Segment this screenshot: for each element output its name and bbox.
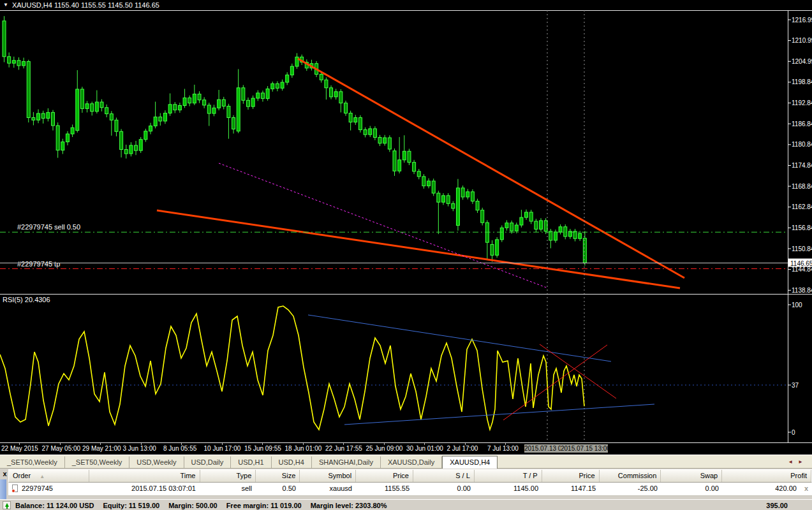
time-axis-label: 25 Jun 09:00	[366, 445, 403, 452]
column-header-s-l[interactable]: S / L	[413, 470, 475, 482]
status-item: Margin: 500.00	[168, 502, 217, 509]
order-row[interactable]: 229797452015.07.15 03:07:01sell0.50xauus…	[8, 483, 812, 496]
account-status-bar: Balance: 11 124.00 USDEquity: 11 519.00M…	[0, 499, 812, 510]
column-header-commission[interactable]: Commission	[600, 470, 661, 482]
order-cell-price[interactable]: 1147.15	[542, 483, 600, 495]
price-axis-label: 1204.99	[792, 58, 812, 65]
tab-scroll-arrows[interactable]: ◄►	[788, 459, 808, 465]
chart-tab-xauusd-h4[interactable]: XAUUSD,H4	[442, 456, 498, 469]
close-order-icon[interactable]: x	[804, 484, 808, 492]
candle	[27, 60, 30, 122]
crosshair-date-box: 2015.07.15 13:00	[561, 444, 608, 453]
mt4-window: ▼XAUUSD,H4 1155.40 1155.55 1145.50 1146.…	[0, 0, 812, 510]
time-axis-label: 29 May 21:00	[82, 445, 121, 452]
trade-status-icon	[3, 501, 11, 509]
order-cell-swap[interactable]: 0.00	[661, 483, 723, 495]
time-axis-label: 15 Jun 09:55	[244, 445, 281, 452]
order-cell-order[interactable]: 22979745	[8, 483, 89, 495]
price-axis-label: 1192.84	[792, 99, 812, 106]
order-cell-profit[interactable]: 420.00x	[723, 483, 812, 495]
column-header-type[interactable]: Type	[200, 470, 256, 482]
tab-scroll-right-icon[interactable]: ►	[798, 459, 808, 465]
column-header-price[interactable]: Price	[356, 470, 413, 482]
chart-tab-usd-weekly[interactable]: USD,Weekly	[129, 456, 184, 469]
column-header-price[interactable]: Price	[542, 470, 600, 482]
column-header-order[interactable]: Order▲	[9, 470, 89, 482]
orders-table-header: Order▲TimeTypeSizeSymbolPriceS / LT / PP…	[8, 469, 812, 483]
rsi-axis-label: 0	[792, 429, 795, 436]
chart-tab--set50-weekly[interactable]: _SET50,Weekly	[65, 456, 130, 469]
crosshair-date-box: 2015.07.13 0	[524, 444, 561, 453]
chart-collapse-icon[interactable]: ▼	[3, 0, 8, 10]
terminal-close-button[interactable]: x	[1, 470, 8, 478]
orders-table: Order▲TimeTypeSizeSymbolPriceS / LT / PP…	[8, 469, 812, 496]
price-axis-label: 1150.84	[792, 245, 812, 252]
rsi-axis-label: 100	[792, 302, 802, 309]
chart-title-text: XAUUSD,H4 1155.40 1155.55 1145.50 1146.6…	[12, 1, 159, 9]
status-item: Free margin: 11 019.00	[226, 502, 302, 509]
order-cell-s-l[interactable]: 0.00	[413, 483, 475, 495]
sell-order-icon	[12, 484, 18, 492]
order-cell-symbol[interactable]: xauusd	[300, 483, 356, 495]
floating-profit-value: 395.00	[766, 502, 788, 509]
chart-tab-xauusd-daily[interactable]: XAUUSD,Daily	[381, 456, 442, 469]
column-header-time[interactable]: Time	[89, 470, 200, 482]
order-cell-size[interactable]: 0.50	[256, 483, 300, 495]
status-item: Balance: 11 124.00 USD	[15, 502, 94, 509]
column-header-profit[interactable]: Profit	[722, 470, 811, 482]
order-cell-commission[interactable]: -25.00	[600, 483, 661, 495]
candle	[139, 137, 142, 153]
tab-scroll-left-icon[interactable]: ◄	[788, 459, 798, 465]
chart-tab-usd-h4[interactable]: USD,H4	[272, 456, 312, 469]
time-axis-label: 2 Jul 17:00	[447, 445, 478, 452]
chart-tab-bar: _SET50,Weekly_SET50,WeeklyUSD,WeeklyUSD,…	[0, 455, 812, 469]
price-axis-label: 1198.84	[792, 78, 812, 85]
time-axis-label: 10 Jun 17:00	[204, 445, 241, 452]
price-chart-canvas[interactable]: #22979745 sell 0.50#22979745 tp1216.9912…	[0, 10, 812, 443]
time-axis[interactable]: 22 May 201527 May 05:0029 May 21:003 Jun…	[0, 443, 812, 455]
price-axis-label: 1162.84	[792, 203, 812, 210]
candle	[388, 135, 391, 152]
time-axis-label: 3 Jun 13:00	[123, 445, 156, 452]
sort-ascending-icon: ▲	[40, 474, 45, 479]
order-cell-type[interactable]: sell	[200, 483, 256, 495]
rsi-indicator-label: RSI(5) 20.4306	[3, 296, 50, 303]
chart-tab--set50-weekly[interactable]: _SET50,Weekly	[0, 456, 65, 469]
order-cell-t-p[interactable]: 1145.00	[475, 483, 542, 495]
time-axis-label: 30 Jun 01:00	[406, 445, 443, 452]
time-axis-label: 18 Jun 01:00	[285, 445, 322, 452]
time-axis-label: 8 Jun 05:55	[163, 445, 196, 452]
price-axis-label: 1168.84	[792, 183, 812, 190]
column-header-size[interactable]: Size	[256, 470, 300, 482]
candle	[500, 226, 503, 242]
rsi-axis-label: 37	[792, 382, 799, 389]
candle	[3, 16, 6, 62]
chart-background	[0, 10, 812, 443]
order-cell-price[interactable]: 1155.55	[356, 483, 413, 495]
order-cell-time[interactable]: 2015.07.15 03:07:01	[89, 483, 200, 495]
column-header-t-p[interactable]: T / P	[475, 470, 542, 482]
price-axis-label: 1180.84	[792, 141, 812, 148]
candle	[80, 87, 84, 113]
chart-tab-shanghai-daily[interactable]: SHANGHAI,Daily	[312, 456, 381, 469]
status-item: Equity: 11 519.00	[103, 502, 160, 509]
price-axis-label: 1210.99	[792, 37, 812, 44]
price-axis-label: 1174.84	[792, 162, 812, 169]
price-axis-label: 1138.84	[792, 287, 812, 294]
chart-title-bar: ▼XAUUSD,H4 1155.40 1155.55 1145.50 1146.…	[0, 0, 812, 10]
order-line-label: #22979745 sell 0.50	[17, 223, 80, 231]
chart-tab-usd-h1[interactable]: USD,H1	[231, 456, 271, 469]
column-header-swap[interactable]: Swap	[661, 470, 722, 482]
candle	[496, 237, 499, 258]
time-axis-label: 22 May 2015	[1, 445, 38, 452]
chart-tab-usd-daily[interactable]: USD,Daily	[184, 456, 232, 469]
status-item: Margin level: 2303.80%	[311, 502, 387, 509]
time-axis-label: 7 Jul 13:00	[487, 445, 519, 452]
price-axis-label: 1156.84	[792, 224, 812, 231]
price-axis-label: 1186.84	[792, 120, 812, 127]
candle	[432, 178, 435, 196]
price-axis-label: 1216.99	[792, 17, 812, 24]
column-header-symbol[interactable]: Symbol	[300, 470, 356, 482]
current-price-value: 1146.65	[790, 260, 812, 267]
price-axis-label: 1144.84	[792, 266, 812, 273]
